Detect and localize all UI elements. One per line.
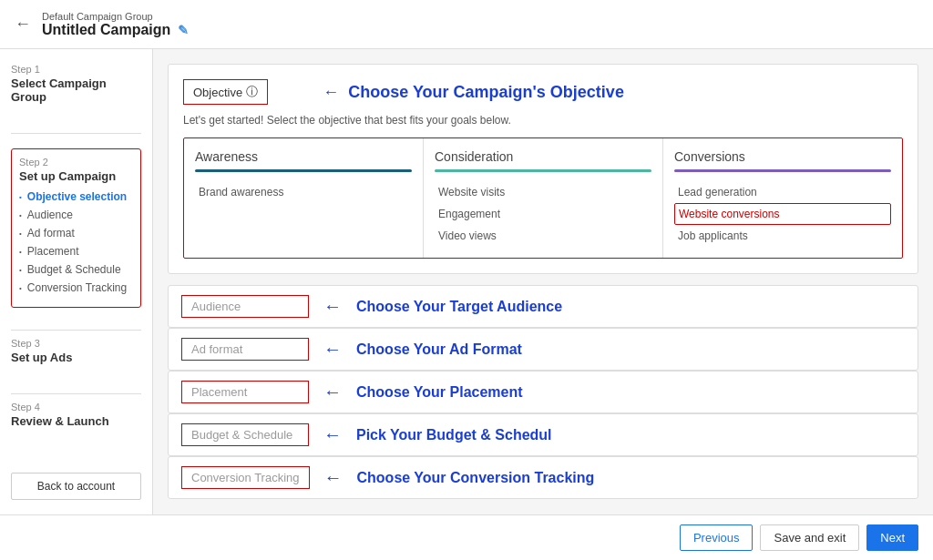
nav-dot-icon: • (19, 193, 22, 201)
section-label-box-ad-format: Ad format (181, 338, 309, 361)
objective-section: Objective ⓘ ← Choose Your Campaign's Obj… (168, 64, 918, 274)
objective-header-row: Objective ⓘ ← Choose Your Campaign's Obj… (183, 79, 903, 105)
app-header: ← Default Campaign Group Untitled Campai… (0, 0, 933, 49)
sidebar: Step 1 Select Campaign Group Step 2 Set … (0, 49, 153, 514)
step1-title: Select Campaign Group (11, 76, 141, 104)
obj-col-bar (195, 169, 412, 172)
section-budget-schedule: Budget & Schedule ← Pick Your Budget & S… (168, 413, 918, 456)
header-title-block: Default Campaign Group Untitled Campaign… (42, 11, 189, 38)
nav-item-label: Objective selection (27, 190, 127, 203)
section-conversion-tracking: Conversion Tracking ← Choose Your Conver… (168, 456, 918, 499)
main-layout: Step 1 Select Campaign Group Step 2 Set … (0, 49, 933, 514)
footer-right: Previous Save and exit Next (680, 524, 918, 551)
obj-col-title: Consideration (435, 149, 651, 164)
objective-label-box: Objective ⓘ (183, 79, 268, 105)
step1-block: Step 1 Select Campaign Group (11, 64, 141, 111)
save-exit-button[interactable]: Save and exit (760, 524, 859, 551)
section-title-audience: Choose Your Target Audience (356, 299, 562, 315)
campaign-group-label: Default Campaign Group (42, 11, 189, 22)
edit-icon[interactable]: ✎ (178, 23, 189, 37)
section-label-box-budget-schedule: Budget & Schedule (181, 423, 309, 446)
next-button[interactable]: Next (866, 524, 918, 551)
arrow-icon-conversion-tracking: ← (324, 467, 343, 488)
step3-title: Set up Ads (11, 351, 141, 364)
section-title-budget-schedule: Pick Your Budget & Schedul (356, 427, 552, 443)
step4-label: Step 4 (11, 402, 141, 412)
step3-block: Step 3 Set up Ads (11, 338, 141, 372)
section-title-placement: Choose Your Placement (356, 384, 523, 401)
section-title-conversion-tracking: Choose Your Conversion Tracking (357, 470, 595, 486)
objective-item[interactable]: Lead generation (674, 181, 891, 203)
sidebar-nav-item[interactable]: •Conversion Tracking (19, 281, 133, 294)
campaign-name: Untitled Campaign ✎ (42, 22, 189, 38)
obj-col-bar (674, 169, 891, 172)
nav-dot-icon: • (19, 248, 22, 256)
step1-label: Step 1 (11, 64, 141, 75)
sidebar-nav-item[interactable]: •Placement (19, 245, 133, 258)
arrow-icon-audience: ← (323, 296, 342, 317)
objective-item[interactable]: Engagement (435, 203, 651, 225)
section-placement: Placement ← Choose Your Placement (168, 371, 918, 413)
section-label-box-conversion-tracking: Conversion Tracking (181, 466, 310, 489)
step4-block: Step 4 Review & Launch (11, 402, 141, 435)
objective-columns: Awareness Brand awareness Consideration … (183, 137, 903, 259)
objective-item[interactable]: Website visits (435, 181, 651, 203)
nav-item-label: Placement (27, 245, 79, 258)
previous-button[interactable]: Previous (680, 524, 754, 551)
objective-arrow-title: ← Choose Your Campaign's Objective (323, 83, 624, 102)
info-icon: ⓘ (246, 84, 258, 100)
sidebar-nav-item[interactable]: •Objective selection (19, 190, 133, 203)
content-area: Objective ⓘ ← Choose Your Campaign's Obj… (153, 49, 933, 514)
objective-item[interactable]: Video views (435, 225, 651, 247)
objective-column: Consideration Website visitsEngagementVi… (424, 138, 663, 258)
section-audience: Audience ← Choose Your Target Audience (168, 285, 918, 328)
sidebar-nav-item[interactable]: •Budget & Schedule (19, 263, 133, 276)
obj-col-title: Conversions (674, 149, 891, 164)
objective-label: Objective (193, 86, 242, 99)
step2-block: Step 2 Set up Campaign •Objective select… (11, 148, 141, 308)
back-to-account-button[interactable]: Back to account (11, 473, 141, 500)
nav-item-label: Budget & Schedule (27, 263, 121, 276)
arrow-icon-placement: ← (323, 382, 342, 402)
sidebar-nav-item[interactable]: •Ad format (19, 227, 133, 239)
nav-dot-icon: • (19, 229, 22, 238)
objective-column: Awareness Brand awareness (184, 138, 424, 258)
step2-title: Set up Campaign (19, 169, 133, 183)
obj-col-title: Awareness (195, 149, 412, 164)
step3-label: Step 3 (11, 338, 141, 349)
section-ad-format: Ad format ← Choose Your Ad Format (168, 328, 918, 371)
step4-title: Review & Launch (11, 414, 141, 428)
objective-item[interactable]: Brand awareness (195, 181, 412, 203)
nav-item-label: Ad format (27, 227, 75, 239)
sidebar-nav-item[interactable]: •Audience (19, 209, 133, 221)
section-title-ad-format: Choose Your Ad Format (356, 341, 522, 358)
objective-subtitle: Let's get started! Select the objective … (183, 114, 903, 127)
objective-item[interactable]: Job applicants (674, 225, 891, 247)
objective-main-title: Choose Your Campaign's Objective (348, 83, 624, 102)
arrow-icon-ad-format: ← (323, 339, 342, 360)
objective-column: Conversions Lead generationWebsite conve… (663, 138, 902, 258)
footer: Previous Save and exit Next (0, 514, 933, 560)
section-label-box-audience: Audience (181, 295, 309, 318)
nav-dot-icon: • (19, 266, 22, 274)
nav-dot-icon: • (19, 284, 22, 292)
objective-arrow-icon: ← (323, 83, 339, 102)
nav-dot-icon: • (19, 211, 22, 219)
back-arrow-icon[interactable]: ← (15, 15, 31, 34)
obj-col-bar (435, 169, 651, 172)
section-label-box-placement: Placement (181, 381, 309, 403)
objective-item[interactable]: Website conversions (674, 203, 891, 225)
step2-label: Step 2 (19, 157, 133, 168)
nav-item-label: Audience (27, 209, 73, 221)
nav-item-label: Conversion Tracking (27, 281, 127, 294)
arrow-icon-budget-schedule: ← (323, 424, 342, 445)
